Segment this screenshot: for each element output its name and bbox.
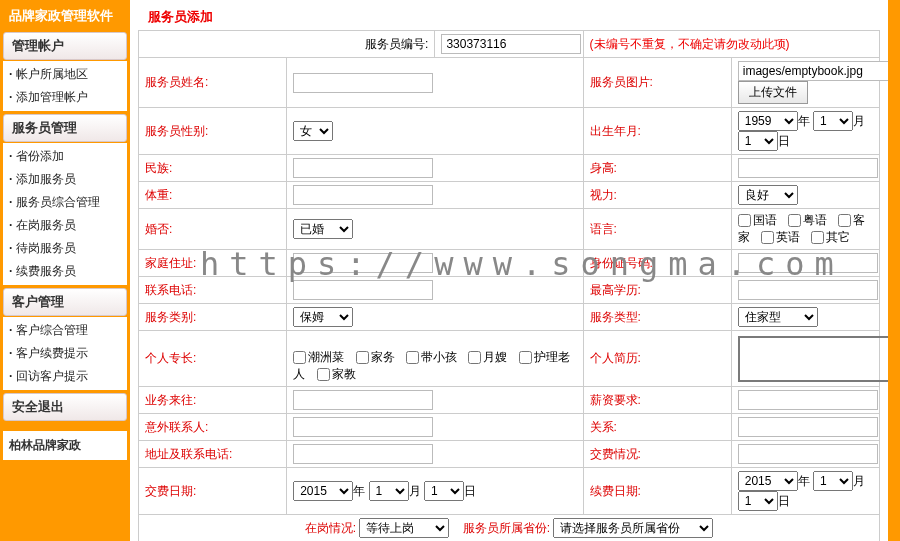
nav-item-cust-manage[interactable]: 客户综合管理 bbox=[3, 319, 127, 342]
nav-group-customer[interactable]: 客户管理 bbox=[3, 288, 127, 316]
lang-cb-1[interactable] bbox=[788, 214, 801, 227]
nav-items-staff: 省份添加 添加服务员 服务员综合管理 在岗服务员 待岗服务员 续费服务员 bbox=[3, 143, 127, 285]
id-input[interactable] bbox=[441, 34, 581, 54]
relation-input[interactable] bbox=[738, 417, 878, 437]
renew-day-select[interactable]: 1 bbox=[738, 491, 778, 511]
vision-label: 视力: bbox=[583, 182, 731, 209]
year-suffix: 年 bbox=[798, 114, 810, 128]
province-select[interactable]: 请选择服务员所属省份 bbox=[553, 518, 713, 538]
deal-date-label: 交费日期: bbox=[139, 468, 287, 515]
marital-label: 婚否: bbox=[139, 209, 287, 250]
salary-label: 薪资要求: bbox=[583, 387, 731, 414]
addr-input[interactable] bbox=[293, 253, 433, 273]
weight-label: 体重: bbox=[139, 182, 287, 209]
idcard-label: 身份证号码: bbox=[583, 250, 731, 277]
nav-item-add-staff[interactable]: 添加服务员 bbox=[3, 168, 127, 191]
nav-item-staff-onduty[interactable]: 在岗服务员 bbox=[3, 214, 127, 237]
skill-checkboxes: 潮洲菜 家务 带小孩 月嫂 护理老人 家教 bbox=[287, 331, 583, 387]
renew-month-select[interactable]: 1 bbox=[813, 471, 853, 491]
main-content: 服务员添加 服务员编号: (未编号不重复，不确定请勿改动此项) 服务员姓名: 服… bbox=[130, 0, 900, 541]
nav-items-account: 帐户所属地区 添加管理帐户 bbox=[3, 61, 127, 111]
nav-item-add-account[interactable]: 添加管理帐户 bbox=[3, 86, 127, 109]
skill-cb-0[interactable] bbox=[293, 351, 306, 364]
height-label: 身高: bbox=[583, 155, 731, 182]
nav-item-staff-manage[interactable]: 服务员综合管理 bbox=[3, 191, 127, 214]
nav-items-customer: 客户综合管理 客户续费提示 回访客户提示 bbox=[3, 317, 127, 390]
photo-label: 服务员图片: bbox=[583, 58, 731, 108]
deal-month-select[interactable]: 1 bbox=[369, 481, 409, 501]
brand-footer: 柏林品牌家政 bbox=[3, 431, 127, 460]
skill-cb-1[interactable] bbox=[356, 351, 369, 364]
app-title: 品牌家政管理软件 bbox=[3, 4, 127, 28]
staff-form: 服务员编号: (未编号不重复，不确定请勿改动此项) 服务员姓名: 服务员图片: … bbox=[138, 30, 880, 541]
nav-item-staff-offduty[interactable]: 待岗服务员 bbox=[3, 237, 127, 260]
lang-cb-2[interactable] bbox=[838, 214, 851, 227]
deal-input[interactable] bbox=[738, 444, 878, 464]
page-title: 服务员添加 bbox=[138, 4, 880, 30]
edu-label: 最高学历: bbox=[583, 277, 731, 304]
nav-group-logout[interactable]: 安全退出 bbox=[3, 393, 127, 421]
deal-label: 交费情况: bbox=[583, 441, 731, 468]
nav-item-region[interactable]: 帐户所属地区 bbox=[3, 63, 127, 86]
province-label: 服务员所属省份: bbox=[463, 521, 550, 535]
status-label: 在岗情况: bbox=[305, 521, 356, 535]
height-input[interactable] bbox=[738, 158, 878, 178]
marital-select[interactable]: 已婚 bbox=[293, 219, 353, 239]
svc-type-select[interactable]: 住家型 bbox=[738, 307, 818, 327]
business-label: 业务来往: bbox=[139, 387, 287, 414]
nav-group-account[interactable]: 管理帐户 bbox=[3, 32, 127, 60]
lang-checkboxes: 国语 粤语 客家 英语 其它 bbox=[731, 209, 879, 250]
photo-input[interactable] bbox=[738, 61, 900, 81]
svc-type-label: 服务类型: bbox=[583, 304, 731, 331]
sidebar: 品牌家政管理软件 管理帐户 帐户所属地区 添加管理帐户 服务员管理 省份添加 添… bbox=[0, 0, 130, 541]
name-label: 服务员姓名: bbox=[139, 58, 287, 108]
upload-button[interactable]: 上传文件 bbox=[738, 81, 808, 104]
nav-group-staff[interactable]: 服务员管理 bbox=[3, 114, 127, 142]
resume-label: 个人简历: bbox=[583, 331, 731, 387]
addr-label: 家庭住址: bbox=[139, 250, 287, 277]
lang-cb-0[interactable] bbox=[738, 214, 751, 227]
svc-cat-label: 服务类别: bbox=[139, 304, 287, 331]
nav-item-province-add[interactable]: 省份添加 bbox=[3, 145, 127, 168]
addr-phone-label: 地址及联系电话: bbox=[139, 441, 287, 468]
birth-year-select[interactable]: 1959 bbox=[738, 111, 798, 131]
svc-cat-select[interactable]: 保姆 bbox=[293, 307, 353, 327]
business-input[interactable] bbox=[293, 390, 433, 410]
id-label: 服务员编号: bbox=[139, 31, 435, 58]
phone-input[interactable] bbox=[293, 280, 433, 300]
id-warning: (未编号不重复，不确定请勿改动此项) bbox=[583, 31, 879, 58]
nav-item-cust-renew[interactable]: 客户续费提示 bbox=[3, 342, 127, 365]
vision-select[interactable]: 良好 bbox=[738, 185, 798, 205]
skill-cb-5[interactable] bbox=[317, 368, 330, 381]
lang-label: 语言: bbox=[583, 209, 731, 250]
name-input[interactable] bbox=[293, 73, 433, 93]
nav-item-staff-renew[interactable]: 续费服务员 bbox=[3, 260, 127, 283]
nav-item-cust-visit[interactable]: 回访客户提示 bbox=[3, 365, 127, 388]
deal-day-select[interactable]: 1 bbox=[424, 481, 464, 501]
salary-input[interactable] bbox=[738, 390, 878, 410]
status-select[interactable]: 等待上岗 bbox=[359, 518, 449, 538]
birth-month-select[interactable]: 1 bbox=[813, 111, 853, 131]
birth-day-select[interactable]: 1 bbox=[738, 131, 778, 151]
renew-date-label: 续费日期: bbox=[583, 468, 731, 515]
skill-cb-4[interactable] bbox=[519, 351, 532, 364]
edu-input[interactable] bbox=[738, 280, 878, 300]
lang-cb-3[interactable] bbox=[761, 231, 774, 244]
ethnic-input[interactable] bbox=[293, 158, 433, 178]
phone-label: 联系电话: bbox=[139, 277, 287, 304]
skill-cb-3[interactable] bbox=[468, 351, 481, 364]
renew-year-select[interactable]: 2015 bbox=[738, 471, 798, 491]
weight-input[interactable] bbox=[293, 185, 433, 205]
resume-area[interactable] bbox=[738, 336, 900, 382]
ethnic-label: 民族: bbox=[139, 155, 287, 182]
emergency-input[interactable] bbox=[293, 417, 433, 437]
skill-label: 个人专长: bbox=[139, 331, 287, 387]
skill-cb-2[interactable] bbox=[406, 351, 419, 364]
addr-phone-input[interactable] bbox=[293, 444, 433, 464]
lang-cb-4[interactable] bbox=[811, 231, 824, 244]
gender-select[interactable]: 女 bbox=[293, 121, 333, 141]
month-suffix: 月 bbox=[853, 114, 865, 128]
deal-year-select[interactable]: 2015 bbox=[293, 481, 353, 501]
idcard-input[interactable] bbox=[738, 253, 878, 273]
gender-label: 服务员性别: bbox=[139, 108, 287, 155]
